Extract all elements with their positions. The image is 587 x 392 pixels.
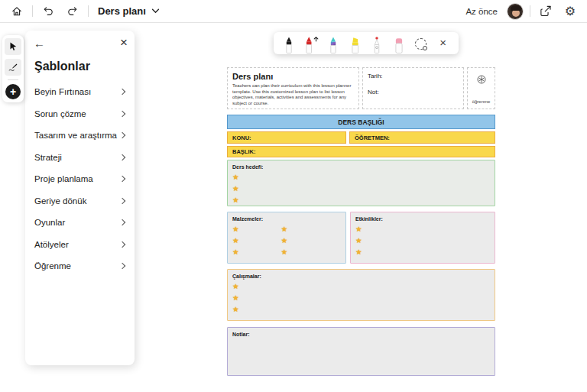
star-icon: ★ — [281, 223, 288, 235]
red-marker-icon — [301, 35, 321, 54]
bling-pen-icon — [368, 35, 385, 54]
teacher-field[interactable]: ÖĞRETMEN: — [349, 131, 495, 144]
chevron-right-icon — [119, 219, 125, 225]
lesson-title-banner-label: DERS BAŞLIĞI — [338, 118, 384, 126]
chevron-right-icon — [119, 176, 125, 182]
share-button[interactable] — [537, 2, 555, 21]
divider — [8, 79, 18, 80]
lesson-title-banner[interactable]: DERS BAŞLIĞI — [227, 115, 495, 129]
template-item-beyin-firtinasi[interactable]: Beyin Fırtınası — [25, 81, 135, 103]
star-icon: ★ — [355, 235, 490, 246]
template-item-label: Sorun çözme — [34, 109, 86, 118]
star-icon: ★ — [232, 223, 239, 235]
close-icon: × — [120, 35, 128, 50]
chevron-right-icon — [119, 132, 125, 138]
divider — [32, 5, 33, 17]
back-arrow-icon: ← — [34, 37, 45, 50]
note-label: Not: — [368, 89, 459, 96]
redo-button[interactable] — [63, 2, 82, 21]
close-icon: × — [439, 37, 446, 51]
template-item-geriye-donuk[interactable]: Geriye dönük — [25, 190, 135, 212]
cursor-arrow-icon — [8, 41, 18, 52]
lesson-plan-title: Ders planı — [232, 72, 354, 81]
panel-close-button[interactable]: × — [120, 36, 128, 49]
tool-rail: + — [2, 35, 24, 102]
star-icon: ★ — [232, 194, 490, 206]
template-item-sorun-cozme[interactable]: Sorun çözme — [25, 103, 135, 125]
galaxy-marker-button[interactable] — [323, 34, 343, 54]
date-note-cell[interactable]: Tarih: Not: — [362, 67, 464, 109]
teacher-label: ÖĞRETMEN: — [355, 134, 390, 141]
settings-button[interactable]: ⚙ — [561, 2, 579, 21]
materials-label: Malzemeler: — [232, 216, 341, 222]
avatar[interactable] — [507, 3, 524, 20]
share-icon — [540, 5, 553, 18]
template-item-proje-planlama[interactable]: Proje planlama — [25, 168, 135, 190]
topbar-left: Ders planı — [8, 2, 163, 21]
star-icon: ★ — [232, 292, 490, 303]
board-title-menu[interactable]: Ders planı — [95, 4, 163, 18]
lesson-plan-template[interactable]: Ders planı Teachers can plan their curri… — [227, 67, 495, 376]
star-icon: ★ — [232, 183, 490, 194]
subject-label: KONU: — [232, 134, 251, 141]
eraser-icon — [391, 35, 407, 54]
undo-button[interactable] — [39, 2, 57, 21]
highlighter-button[interactable] — [345, 34, 365, 54]
notes-section[interactable]: Notlar: — [227, 327, 495, 376]
chevron-right-icon — [119, 89, 125, 95]
chevron-down-icon — [151, 8, 160, 14]
ink-tool-button[interactable] — [5, 59, 21, 76]
board-title: Ders planı — [98, 5, 146, 17]
chevron-right-icon — [119, 111, 125, 117]
template-item-ogrenme[interactable]: Öğrenme — [25, 255, 135, 277]
black-marker-icon — [281, 35, 297, 54]
subject-field[interactable]: KONU: — [227, 131, 346, 144]
date-label: Tarih: — [368, 73, 459, 79]
bling-pen-button[interactable] — [367, 34, 387, 54]
notes-label: Notlar: — [232, 332, 490, 337]
star-icon: ★ — [281, 246, 288, 258]
select-tool-button[interactable] — [5, 38, 21, 55]
topbar: Ders planı Az önce ⚙ — [0, 0, 587, 23]
activities-section[interactable]: Etkinlikler: ★★★ — [350, 212, 495, 264]
panel-title: Şablonlar — [34, 60, 90, 73]
lesson-plan-header: Ders planı Teachers can plan their curri… — [227, 67, 495, 109]
star-icon: ★ — [232, 235, 239, 246]
template-item-tasarim-ve-arastirma[interactable]: Tasarım ve araştırma — [25, 125, 135, 147]
home-button[interactable] — [8, 2, 26, 21]
red-marker-button[interactable] — [301, 34, 321, 54]
materials-section[interactable]: Malzemeler: ★★★ ★★★ — [227, 212, 346, 264]
practices-label: Çalışmalar: — [232, 274, 490, 279]
divider — [530, 5, 530, 17]
title-label: BAŞLIK: — [232, 148, 255, 155]
plus-icon: + — [10, 86, 16, 97]
lasso-select-button[interactable] — [411, 34, 431, 54]
lesson-plan-title-cell[interactable]: Ders planı Teachers can plan their curri… — [227, 67, 359, 109]
star-icon: ★ — [232, 280, 490, 292]
galaxy-marker-icon — [325, 35, 342, 54]
practices-section[interactable]: Çalışmalar: ★★★ — [227, 269, 495, 321]
template-item-atolyeler[interactable]: Atölyeler — [25, 234, 135, 256]
template-item-oyunlar[interactable]: Oyunlar — [25, 212, 135, 234]
objective-stars: ★★★ — [232, 171, 490, 206]
activities-label: Etkinlikler: — [355, 216, 490, 222]
materials-stars-col1: ★★★ — [232, 223, 239, 258]
star-icon: ★ — [355, 246, 490, 258]
pen-icon — [8, 62, 18, 73]
star-icon: ★ — [232, 171, 490, 183]
pen-toolbar-close-button[interactable]: × — [433, 34, 453, 54]
eraser-button[interactable] — [389, 34, 409, 54]
title-field[interactable]: BAŞLIK: — [227, 146, 495, 157]
objective-section[interactable]: Ders hedefi: ★★★ — [227, 160, 495, 206]
black-marker-button[interactable] — [279, 34, 299, 54]
template-item-strateji[interactable]: Strateji — [25, 147, 135, 169]
divider — [88, 5, 89, 17]
topbar-right: Az önce ⚙ — [465, 2, 579, 21]
star-icon: ★ — [355, 223, 490, 235]
back-button[interactable]: ← — [34, 37, 45, 49]
add-button[interactable]: + — [5, 84, 21, 99]
learning-badge-cell[interactable]: öğrenme — [467, 67, 495, 109]
template-item-label: Atölyeler — [34, 240, 69, 249]
star-icon: ★ — [281, 235, 288, 246]
chevron-right-icon — [119, 154, 125, 160]
